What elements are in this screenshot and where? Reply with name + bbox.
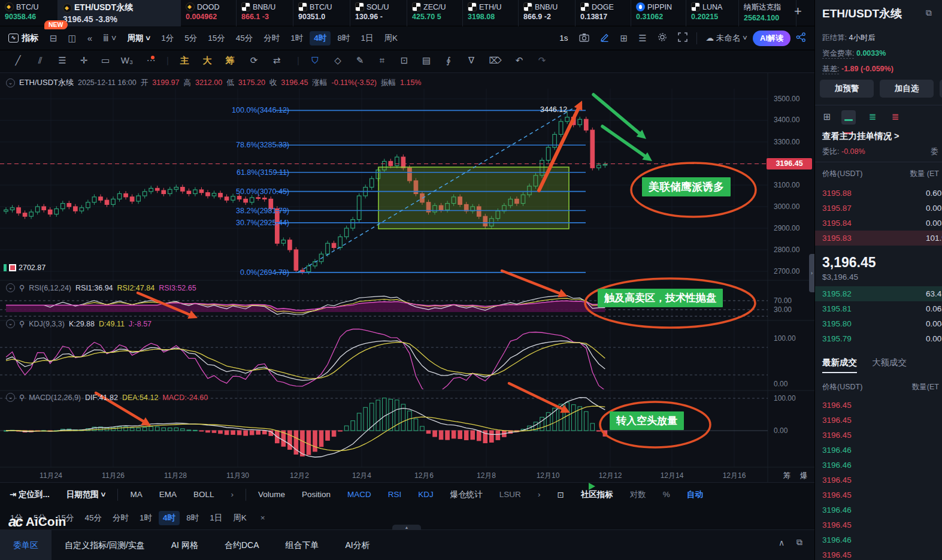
ticker-DOGE[interactable]: DOGE0.13817 <box>576 0 631 26</box>
panel-collapse-handle[interactable]: › <box>809 254 814 292</box>
gold-chips-tool[interactable]: 筹 <box>223 55 237 66</box>
magnet-icon[interactable]: ∮ <box>441 55 456 66</box>
settings-gear-icon[interactable] <box>658 32 667 44</box>
ma-tool-MA[interactable]: MA <box>130 490 142 499</box>
fib-label[interactable]: 61.8%(3159.11) <box>237 168 289 177</box>
more-ma-chevron[interactable]: › <box>231 490 234 499</box>
indicator-tool-Position[interactable]: Position <box>302 490 331 499</box>
ticker-LUNA[interactable]: LUNA0.20215 <box>686 0 739 26</box>
bid-row[interactable]: 3195.810.062 <box>815 301 942 316</box>
ticker-ETH/USDT永续[interactable]: ETH/USDT永续3196.45 -3.8% <box>58 0 181 26</box>
bottom-timeframe-周K[interactable]: 周K <box>229 511 251 525</box>
trash-icon[interactable]: ⌦ <box>488 55 502 66</box>
trade-row[interactable]: 3196.45 <box>815 398 942 413</box>
annotation-sell-zone[interactable]: 触及高卖区，技术性抛盘 <box>598 289 723 307</box>
add-orderbook-icon[interactable]: ⊞ <box>820 110 834 125</box>
axis-chip-爆[interactable]: 爆 <box>800 471 808 481</box>
bids-only-view-icon[interactable]: ≣ <box>865 110 880 125</box>
ask-row[interactable]: 3195.870.002 <box>815 201 942 216</box>
trade-row[interactable]: 3196.45 <box>815 473 942 488</box>
indicator-tool-爆仓统计[interactable]: 爆仓统计 <box>450 489 483 500</box>
ticker-DOOD[interactable]: DOOD0.004962 <box>181 0 237 26</box>
ticker-BNB/U[interactable]: BNB/U866.1 -3 <box>237 0 293 26</box>
trade-row[interactable]: 3196.45 <box>815 428 942 443</box>
cloud-layout-dropdown[interactable]: ☁ 未命名 ˅ <box>706 33 747 44</box>
log-scale-button[interactable]: 对数 <box>630 489 646 500</box>
gold-main-tool[interactable]: 主 <box>177 55 192 66</box>
object-tree-icon[interactable]: ☰ <box>638 33 646 44</box>
brush-icon[interactable]: ✎ <box>353 55 367 66</box>
ticker-SOL/U[interactable]: SOL/U130.96 - <box>350 0 407 26</box>
parallel-channel-icon[interactable]: ⫽ <box>33 55 47 66</box>
ticker-BTC/U[interactable]: BTC/U90351.0 <box>293 0 350 26</box>
copy-icon[interactable]: ⧉ <box>926 8 932 18</box>
trade-row[interactable]: 3196.45 <box>815 413 942 428</box>
indicator-tool-LSUR[interactable]: LSUR <box>499 490 521 499</box>
alert-bell-icon[interactable]: ⚲ <box>19 393 25 402</box>
rectangle-tool-icon[interactable]: ▭ <box>98 55 113 66</box>
draw-pencil-icon[interactable] <box>600 32 610 44</box>
filter-funnel-icon[interactable]: ∇ <box>464 55 478 66</box>
add-window-icon[interactable]: ⊞ <box>620 33 628 44</box>
ticker-PIPPIN[interactable]: PIPPIN0.31062 <box>631 0 686 26</box>
timeframe-1时[interactable]: 1时 <box>286 31 307 46</box>
popout-icon[interactable]: ⧉ <box>796 537 802 547</box>
tab-large-trades[interactable]: 大额成交 <box>872 357 907 368</box>
ma-tool-EMA[interactable]: EMA <box>159 490 177 499</box>
collapse-bottom-icon[interactable]: ∧ <box>779 538 785 547</box>
period-dropdown[interactable]: 周期 ˅ <box>128 33 151 44</box>
collapse-pane-icon[interactable]: ⌄ <box>6 393 15 402</box>
indicator-tool-MACD[interactable]: MACD <box>347 490 371 499</box>
notes-icon[interactable]: ▤ <box>419 55 434 66</box>
main-orders-link[interactable]: 查看主力挂单情况 > <box>822 131 899 142</box>
indicator-button[interactable]: ∿ 指标 <box>8 33 38 44</box>
position-marker[interactable]: 2702.87 <box>4 264 46 272</box>
percent-scale-button[interactable]: % <box>663 490 670 499</box>
ticker-纳斯达克指[interactable]: 纳斯达克指25624.100 <box>739 0 796 26</box>
fullscreen-icon[interactable] <box>678 32 687 44</box>
refresh-tool-icon[interactable]: ⟳ <box>247 55 261 66</box>
timeframe-分时[interactable]: 分时 <box>259 31 284 46</box>
cross-tool-icon[interactable]: ✛ <box>77 55 91 66</box>
replay-play-icon[interactable] <box>589 483 595 490</box>
trade-row[interactable]: 3196.45 <box>815 517 942 532</box>
fib-label[interactable]: 38.2%(2981.79) <box>236 207 289 215</box>
indicator-tool-RSI[interactable]: RSI <box>388 490 402 499</box>
close-timeframe-bar[interactable]: × <box>261 513 265 522</box>
timeframe-1分[interactable]: 1分 <box>157 31 178 46</box>
timeframe-周K[interactable]: 周K <box>380 31 402 46</box>
bottom-timeframe-1时[interactable]: 1时 <box>135 511 156 525</box>
locate-button[interactable]: ⇥ 定位到... <box>10 489 50 500</box>
fib-label[interactable]: 0.0%(2694.78) <box>240 268 289 277</box>
community-indicator-button[interactable]: 社区指标 <box>581 489 613 500</box>
trade-row[interactable]: 3196.46 <box>815 458 942 473</box>
save-icon[interactable]: ⊟ <box>50 33 57 44</box>
collapse-pane-icon[interactable]: ⌄ <box>6 78 15 87</box>
bottom-tab-自定义指标/回测/实盘[interactable]: 自定义指标/回测/实盘 <box>52 530 158 560</box>
collapse-pane-icon[interactable]: ⌄ <box>6 319 15 328</box>
annotation-fed-hawkish[interactable]: 美联储鹰派诱多 <box>642 177 731 196</box>
more-button-clipped[interactable] <box>940 80 942 98</box>
trade-row[interactable]: 3196.46 <box>815 503 942 517</box>
auto-scale-button[interactable]: 自动 <box>687 489 703 500</box>
timeframe-1日[interactable]: 1日 <box>356 31 377 46</box>
rewind-icon[interactable]: « <box>87 33 92 43</box>
elliott-wave-icon[interactable]: W₃ <box>120 55 134 65</box>
timeframe-8时[interactable]: 8时 <box>333 31 354 46</box>
pattern-icon[interactable]: ⌗ <box>375 55 389 66</box>
bottom-tab-委单区[interactable]: 委单区 <box>0 530 52 560</box>
edit-indicator-icon[interactable]: ⊡ <box>557 490 564 500</box>
bid-row[interactable]: 3195.800.004 <box>815 316 942 331</box>
trend-line-icon[interactable]: ╱ <box>11 55 25 66</box>
trade-row[interactable]: 3196.46 <box>815 443 942 458</box>
compare-tool-icon[interactable]: ⇄ <box>269 55 284 66</box>
bottom-timeframe-8时[interactable]: 8时 <box>182 511 203 525</box>
share-icon[interactable] <box>796 32 806 44</box>
timeframe-5分[interactable]: 5分 <box>180 31 201 46</box>
timeframe-15分[interactable]: 15分 <box>204 31 229 46</box>
orderbook-split-view-icon[interactable] <box>841 110 856 125</box>
more-indicators-chevron[interactable]: › <box>538 490 541 499</box>
trade-row[interactable]: 3196.46 <box>815 532 942 547</box>
ticker-BNB/U[interactable]: BNB/U866.9 -2 <box>519 0 576 26</box>
bottom-timeframe-分时[interactable]: 分时 <box>108 511 133 525</box>
